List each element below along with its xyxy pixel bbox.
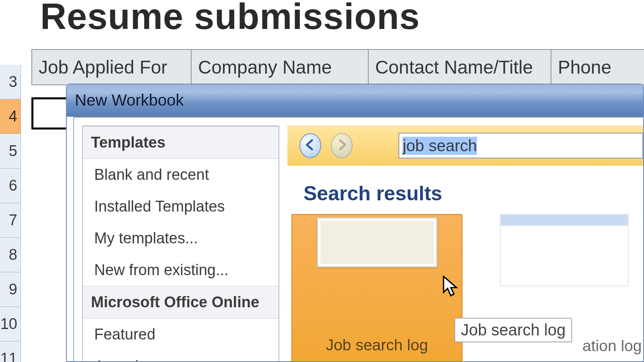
search-input-value: job search (402, 137, 477, 155)
row-header[interactable]: 5 (0, 134, 21, 169)
template-result-job-search-log[interactable]: Job search log (291, 214, 462, 362)
template-item-my[interactable]: My templates... (83, 222, 279, 254)
template-caption: ation log (582, 337, 642, 355)
arrow-right-icon (335, 138, 349, 153)
col-header-company-name: Company Name (192, 49, 369, 85)
template-item-existing[interactable]: New from existing... (83, 254, 279, 286)
template-item-agendas[interactable]: Agendas (83, 350, 279, 362)
row-header[interactable]: 8 (0, 238, 21, 272)
dialog-titlebar[interactable]: New Workbook (67, 84, 643, 117)
mouse-cursor-icon (443, 276, 459, 296)
row-header[interactable]: 3 (0, 65, 21, 99)
template-list: Templates Blank and recent Installed Tem… (82, 125, 279, 362)
template-thumbnail (500, 214, 629, 286)
templates-header: Templates (83, 126, 279, 159)
col-label: Contact Name/Title (375, 56, 533, 78)
dialog-title: New Workbook (75, 91, 184, 109)
template-caption: Job search log (326, 336, 428, 354)
col-header-phone: Phone (551, 49, 644, 85)
template-item-featured[interactable]: Featured (83, 319, 279, 350)
office-online-header: Microsoft Office Online (83, 286, 279, 319)
row-header[interactable]: 10 (0, 307, 21, 341)
template-search-bar: job search (287, 125, 643, 166)
sheet-title: Resume submissions (40, 0, 420, 37)
template-item-blank[interactable]: Blank and recent (83, 159, 279, 191)
back-button[interactable] (299, 133, 321, 158)
template-item-installed[interactable]: Installed Templates (83, 191, 279, 222)
tooltip: Job search log (454, 318, 572, 342)
row-header[interactable]: 4 (0, 99, 21, 134)
search-results-title: Search results (291, 174, 643, 211)
row-header[interactable]: 6 (0, 169, 21, 203)
forward-button[interactable] (331, 133, 353, 158)
row-header[interactable]: 11 (0, 341, 21, 362)
search-results-area: Search results Job search log ation log … (291, 174, 643, 361)
col-label: Company Name (198, 56, 332, 78)
col-label: Job Applied For (39, 56, 167, 78)
template-search-input[interactable]: job search (398, 133, 643, 158)
template-thumbnail (317, 217, 438, 267)
arrow-left-icon (303, 138, 317, 153)
col-header-contact: Contact Name/Title (369, 49, 551, 85)
col-header-job-applied: Job Applied For (31, 49, 192, 85)
row-header[interactable]: 9 (0, 272, 21, 307)
col-label: Phone (558, 56, 611, 78)
row-header[interactable]: 7 (0, 203, 21, 238)
new-workbook-dialog: New Workbook Templates Blank and recent … (66, 84, 644, 362)
